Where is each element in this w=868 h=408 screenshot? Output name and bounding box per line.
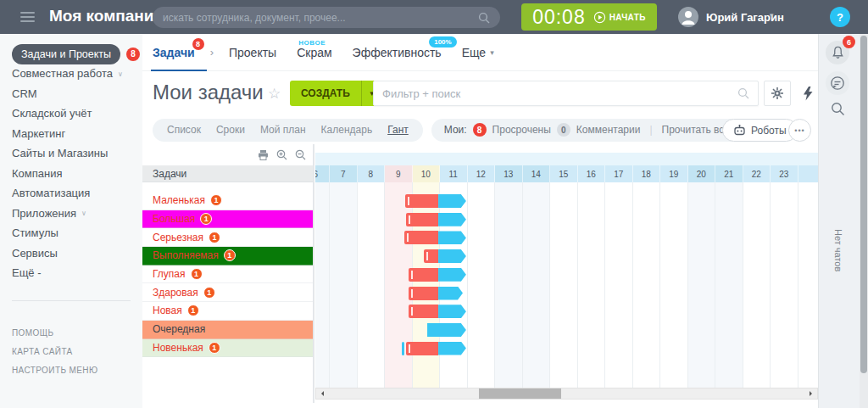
task-row[interactable]: Глупая1 <box>142 265 313 284</box>
day-cell[interactable]: 15 <box>550 165 578 182</box>
sidebar-footer-item[interactable]: ПОМОЩЬ <box>0 323 142 342</box>
tab-Скрам[interactable]: СкрамНОВОЕ <box>297 34 331 71</box>
task-row[interactable]: Новая1 <box>142 302 313 321</box>
gantt-bar[interactable] <box>315 194 818 208</box>
gantt-bar[interactable] <box>315 342 818 355</box>
robots-button[interactable]: Роботы <box>722 119 798 142</box>
sidebar-footer-item[interactable]: НАСТРОИТЬ МЕНЮ <box>0 360 142 379</box>
help-button[interactable]: ? <box>830 7 850 27</box>
task-row[interactable]: Здаровая1 <box>142 283 313 302</box>
scroll-right-icon[interactable] <box>810 391 815 396</box>
zoom-out-icon[interactable] <box>295 149 306 160</box>
chat-button[interactable] <box>826 71 849 95</box>
day-cell[interactable]: 21 <box>715 165 743 182</box>
sidebar-item[interactable]: Стимулы <box>0 224 142 244</box>
view-tab-Календарь[interactable]: Календарь <box>314 124 381 136</box>
gantt-scrollbar-thumb[interactable] <box>479 388 561 399</box>
create-button[interactable]: СОЗДАТЬ ▼ <box>290 81 382 106</box>
gantt-bar[interactable] <box>315 268 818 282</box>
page-scrollbar[interactable] <box>860 0 868 408</box>
task-row[interactable]: Большая1 <box>142 210 313 229</box>
task-row[interactable]: Очередная <box>142 321 313 339</box>
day-cell[interactable]: 8 <box>358 165 386 182</box>
my-counter-badge[interactable]: 8 <box>473 123 487 137</box>
sidebar-item[interactable]: CRM <box>0 84 142 104</box>
gantt-bar[interactable] <box>315 305 818 318</box>
bell-icon <box>832 46 844 59</box>
overdue-label[interactable]: Просрочены <box>487 124 557 136</box>
day-cell[interactable]: 11 <box>440 165 468 182</box>
gantt-day-header: 567891011121314151617181920212223 <box>315 165 818 182</box>
page-scrollbar-thumb[interactable] <box>860 36 867 373</box>
sidebar-footer-item[interactable]: КАРТА САЙТА <box>0 342 142 360</box>
view-tab-Сроки[interactable]: Сроки <box>209 124 253 136</box>
sidebar-item-label: Приложения <box>12 207 76 221</box>
sidebar-item[interactable]: Приложения∨ <box>0 204 142 224</box>
gantt-bar-plan <box>438 249 466 263</box>
sidebar-item[interactable]: Маркетинг <box>0 124 142 144</box>
day-cell[interactable]: 16 <box>578 165 606 182</box>
day-cell[interactable]: 19 <box>660 165 688 182</box>
tab-Эффективность[interactable]: Эффективность100% <box>353 34 442 71</box>
day-cell[interactable]: 6 <box>315 165 330 182</box>
day-cell[interactable]: 23 <box>771 165 798 182</box>
day-cell[interactable]: 9 <box>385 165 413 182</box>
avatar[interactable] <box>678 7 698 27</box>
chevron-right-icon[interactable]: › <box>210 46 214 59</box>
task-row[interactable]: Серьезная1 <box>142 228 313 247</box>
gantt-bar[interactable] <box>315 249 818 263</box>
gantt-bar[interactable] <box>315 323 818 337</box>
day-cell[interactable]: 13 <box>495 165 523 182</box>
my-counter-label[interactable]: Мои: <box>438 124 473 136</box>
view-tab-Список[interactable]: Список <box>159 124 209 136</box>
rail-search-button[interactable] <box>831 102 845 120</box>
gantt-bar[interactable] <box>315 213 818 226</box>
gantt-bar[interactable] <box>315 231 818 244</box>
comments-label[interactable]: Комментарии <box>570 124 647 136</box>
day-cell[interactable]: 18 <box>633 165 661 182</box>
sidebar-item[interactable]: Ещё - <box>0 264 142 284</box>
day-cell[interactable]: 20 <box>688 165 716 182</box>
toolbar: Мои задачи ☆ СОЗДАТЬ ▼ <box>142 71 818 115</box>
tab-Задачи[interactable]: Задачи8 <box>153 34 195 71</box>
more-button[interactable]: ••• <box>788 119 811 142</box>
create-button-label[interactable]: СОЗДАТЬ <box>290 81 361 106</box>
search-icon[interactable] <box>478 12 490 24</box>
task-row[interactable]: Выполняемая1 <box>142 247 313 265</box>
sidebar-item[interactable]: Складской учёт <box>0 104 142 125</box>
day-cell[interactable]: 7 <box>330 165 358 182</box>
global-search-input[interactable] <box>163 12 478 24</box>
tab-Еще[interactable]: Еще▾ <box>462 34 494 71</box>
sidebar-item[interactable]: Компания <box>0 164 142 184</box>
page-title: Мои задачи <box>153 81 264 104</box>
filter-input[interactable] <box>382 87 737 100</box>
gantt-horizontal-scrollbar[interactable] <box>315 388 818 400</box>
task-row[interactable]: Маленькая1 <box>142 192 313 210</box>
settings-button[interactable] <box>764 81 791 106</box>
day-cell[interactable]: 22 <box>743 165 771 182</box>
gantt-bar[interactable] <box>315 287 818 300</box>
timer-button[interactable]: 00:08 НАЧАТЬ <box>521 3 657 31</box>
sidebar-item[interactable]: Задачи и Проекты8 <box>0 44 142 64</box>
sidebar-item[interactable]: Сервисы <box>0 243 142 264</box>
tab-Проекты[interactable]: Проекты <box>229 34 276 71</box>
sidebar-item[interactable]: Автоматизация <box>0 184 142 204</box>
day-cell[interactable]: 12 <box>468 165 496 182</box>
zoom-in-icon[interactable] <box>276 149 287 160</box>
comments-counter-badge[interactable]: 0 <box>557 123 570 137</box>
print-icon[interactable] <box>258 150 269 160</box>
view-tab-Мой план[interactable]: Мой план <box>253 124 314 136</box>
day-cell[interactable]: 14 <box>523 165 551 182</box>
scroll-left-icon[interactable] <box>319 391 324 396</box>
timer-start[interactable]: НАЧАТЬ <box>593 11 646 24</box>
filter-search-icon[interactable] <box>737 87 749 99</box>
favorite-star-icon[interactable]: ☆ <box>268 85 281 103</box>
view-tab-Гант[interactable]: Гант <box>380 124 416 136</box>
task-row[interactable]: Новенькая1 <box>142 339 313 358</box>
day-cell[interactable]: 10 <box>413 165 441 182</box>
day-cell[interactable]: 17 <box>605 165 633 182</box>
menu-icon[interactable] <box>20 12 35 22</box>
sidebar-item[interactable]: Сайты и Магазины <box>0 144 142 165</box>
user-menu-caret-icon[interactable]: ▾ <box>770 11 774 20</box>
sidebar-item[interactable]: Совместная работа∨ <box>0 64 142 85</box>
